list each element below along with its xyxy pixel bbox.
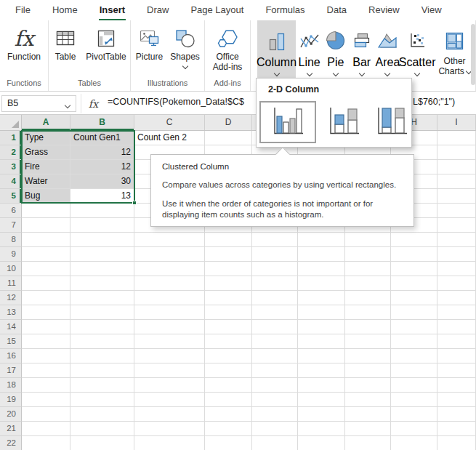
cell-A5[interactable]: Bug — [22, 189, 70, 204]
cell-E19[interactable] — [252, 393, 298, 407]
cell-F13[interactable] — [298, 305, 345, 320]
cell-B5[interactable]: 13 — [70, 189, 134, 204]
cell-I1[interactable] — [437, 131, 476, 145]
cell-D12[interactable] — [205, 291, 252, 305]
cell-I5[interactable] — [437, 189, 476, 204]
cell-F12[interactable] — [298, 291, 345, 305]
cell-G19[interactable] — [345, 393, 391, 407]
row-header-9[interactable]: 9 — [0, 247, 22, 262]
insert-scatter-chart-button[interactable]: Scatter — [400, 20, 434, 78]
cell-A14[interactable] — [22, 320, 70, 334]
cell-B16[interactable] — [70, 349, 134, 363]
cell-B11[interactable] — [70, 276, 134, 291]
cell-A8[interactable] — [22, 233, 70, 247]
cell-F14[interactable] — [298, 320, 345, 334]
cell-C8[interactable] — [134, 233, 205, 247]
insert-pie-chart-button[interactable]: Pie — [323, 20, 348, 78]
cell-F10[interactable] — [298, 262, 345, 276]
tab-page-layout[interactable]: Page Layout — [179, 0, 254, 20]
cell-A13[interactable] — [22, 305, 70, 320]
cell-C17[interactable] — [134, 363, 205, 378]
cell-H10[interactable] — [391, 262, 437, 276]
cell-D16[interactable] — [205, 349, 252, 363]
cell-G18[interactable] — [345, 378, 391, 393]
cell-H12[interactable] — [391, 291, 437, 305]
cell-I12[interactable] — [437, 291, 476, 305]
cell-A12[interactable] — [22, 291, 70, 305]
cell-B8[interactable] — [70, 233, 134, 247]
cell-D14[interactable] — [205, 320, 252, 334]
cell-B3[interactable]: 12 — [70, 160, 134, 174]
cell-B7[interactable] — [70, 218, 134, 233]
cell-F15[interactable] — [298, 334, 345, 349]
row-header-18[interactable]: 18 — [0, 378, 22, 393]
cell-B22[interactable] — [70, 436, 134, 450]
cell-C9[interactable] — [134, 247, 205, 262]
cell-E8[interactable] — [252, 233, 298, 247]
row-header-15[interactable]: 15 — [0, 334, 22, 349]
cell-B21[interactable] — [70, 422, 134, 436]
insert-function-button[interactable]: fx Function — [7, 20, 41, 78]
cell-E9[interactable] — [252, 247, 298, 262]
cell-B17[interactable] — [70, 363, 134, 378]
cell-D11[interactable] — [205, 276, 252, 291]
cell-H13[interactable] — [391, 305, 437, 320]
cell-I18[interactable] — [437, 378, 476, 393]
cell-A6[interactable] — [22, 204, 70, 218]
row-header-6[interactable]: 6 — [0, 204, 22, 218]
cell-H18[interactable] — [391, 378, 437, 393]
cell-I2[interactable] — [437, 145, 476, 160]
cell-I8[interactable] — [437, 233, 476, 247]
tab-view[interactable]: View — [411, 0, 453, 20]
cell-B4[interactable]: 30 — [70, 174, 134, 189]
cell-I3[interactable] — [437, 160, 476, 174]
cell-D10[interactable] — [205, 262, 252, 276]
cell-D1[interactable] — [205, 131, 252, 145]
cell-H21[interactable] — [391, 422, 437, 436]
cell-B1[interactable]: Count Gen1 — [70, 131, 134, 145]
cell-B13[interactable] — [70, 305, 134, 320]
ribbon-scrollbar[interactable] — [471, 24, 475, 85]
cell-D13[interactable] — [205, 305, 252, 320]
cell-A21[interactable] — [22, 422, 70, 436]
cell-A17[interactable] — [22, 363, 70, 378]
cell-G22[interactable] — [345, 436, 391, 450]
cell-G10[interactable] — [345, 262, 391, 276]
clustered-column-option[interactable] — [259, 101, 316, 143]
cell-B10[interactable] — [70, 262, 134, 276]
cell-G11[interactable] — [345, 276, 391, 291]
cell-E12[interactable] — [252, 291, 298, 305]
row-header-17[interactable]: 17 — [0, 363, 22, 378]
formula-input[interactable]: =COUNTIFS(Pokemon_Data!$C$ — [108, 97, 254, 107]
cell-C11[interactable] — [134, 276, 205, 291]
cell-C12[interactable] — [134, 291, 205, 305]
cell-F8[interactable] — [298, 233, 345, 247]
cell-B20[interactable] — [70, 407, 134, 422]
cell-B19[interactable] — [70, 393, 134, 407]
col-header-B[interactable]: B — [70, 115, 134, 130]
cell-H17[interactable] — [391, 363, 437, 378]
insert-function-fx-button[interactable]: fx — [81, 94, 105, 113]
col-header-I[interactable]: I — [437, 115, 476, 130]
cell-E22[interactable] — [252, 436, 298, 450]
name-box[interactable]: B5 — [1, 95, 76, 112]
cell-B6[interactable] — [70, 204, 134, 218]
cell-C20[interactable] — [134, 407, 205, 422]
cell-D20[interactable] — [205, 407, 252, 422]
row-header-12[interactable]: 12 — [0, 291, 22, 305]
cell-G21[interactable] — [345, 422, 391, 436]
cell-A15[interactable] — [22, 334, 70, 349]
cell-C21[interactable] — [134, 422, 205, 436]
cell-E18[interactable] — [252, 378, 298, 393]
cell-E15[interactable] — [252, 334, 298, 349]
cell-F16[interactable] — [298, 349, 345, 363]
insert-shapes-button[interactable]: Shapes — [167, 20, 203, 78]
cell-A3[interactable]: Fire — [22, 160, 70, 174]
cell-C13[interactable] — [134, 305, 205, 320]
cell-A22[interactable] — [22, 436, 70, 450]
cell-A18[interactable] — [22, 378, 70, 393]
cell-F18[interactable] — [298, 378, 345, 393]
cell-H16[interactable] — [391, 349, 437, 363]
tab-review[interactable]: Review — [358, 0, 411, 20]
insert-picture-button[interactable]: Picture — [132, 20, 167, 78]
